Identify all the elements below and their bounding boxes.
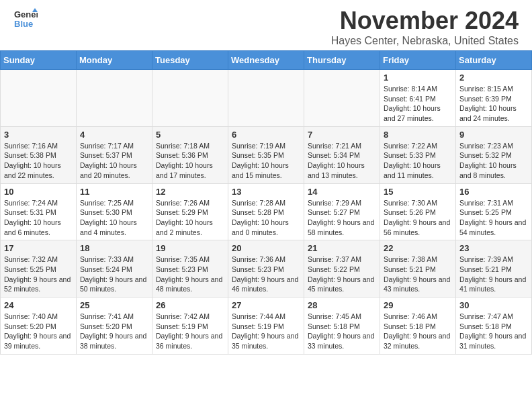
day-number: 21	[308, 243, 376, 253]
header-day-sunday: Sunday	[1, 51, 77, 70]
day-cell: 22Sunrise: 7:38 AMSunset: 5:21 PMDayligh…	[380, 240, 456, 298]
day-cell: 19Sunrise: 7:35 AMSunset: 5:23 PMDayligh…	[152, 240, 228, 298]
day-cell: 6Sunrise: 7:19 AMSunset: 5:35 PMDaylight…	[228, 126, 304, 183]
day-info: Sunrise: 7:18 AMSunset: 5:36 PMDaylight:…	[156, 141, 224, 181]
day-cell: 24Sunrise: 7:40 AMSunset: 5:20 PMDayligh…	[1, 298, 77, 355]
header-day-saturday: Saturday	[456, 51, 532, 70]
day-number: 12	[156, 187, 224, 197]
day-cell: 16Sunrise: 7:31 AMSunset: 5:25 PMDayligh…	[456, 183, 532, 240]
day-cell: 2Sunrise: 8:15 AMSunset: 6:39 PMDaylight…	[456, 70, 532, 127]
day-cell: 23Sunrise: 7:39 AMSunset: 5:21 PMDayligh…	[456, 240, 532, 298]
day-number: 13	[232, 187, 300, 197]
week-row-2: 3Sunrise: 7:16 AMSunset: 5:38 PMDaylight…	[1, 126, 532, 183]
day-number: 2	[459, 73, 528, 83]
day-number: 20	[232, 243, 300, 253]
day-info: Sunrise: 7:33 AMSunset: 5:24 PMDaylight:…	[80, 255, 148, 294]
week-row-3: 10Sunrise: 7:24 AMSunset: 5:31 PMDayligh…	[1, 183, 532, 240]
day-cell: 18Sunrise: 7:33 AMSunset: 5:24 PMDayligh…	[77, 240, 152, 298]
day-cell: 10Sunrise: 7:24 AMSunset: 5:31 PMDayligh…	[1, 183, 77, 240]
day-info: Sunrise: 7:32 AMSunset: 5:25 PMDaylight:…	[4, 255, 73, 294]
day-number: 16	[459, 187, 528, 197]
day-number: 19	[156, 243, 224, 253]
day-number: 1	[384, 73, 452, 83]
day-cell: 4Sunrise: 7:17 AMSunset: 5:37 PMDaylight…	[77, 126, 152, 183]
day-cell	[228, 70, 304, 127]
day-cell: 8Sunrise: 7:22 AMSunset: 5:33 PMDaylight…	[380, 126, 456, 183]
day-cell: 9Sunrise: 7:23 AMSunset: 5:32 PMDaylight…	[456, 126, 532, 183]
day-cell: 26Sunrise: 7:42 AMSunset: 5:19 PMDayligh…	[152, 298, 228, 355]
day-info: Sunrise: 7:23 AMSunset: 5:32 PMDaylight:…	[459, 141, 528, 181]
day-cell: 13Sunrise: 7:28 AMSunset: 5:28 PMDayligh…	[228, 183, 304, 240]
day-number: 6	[232, 130, 300, 140]
day-info: Sunrise: 8:15 AMSunset: 6:39 PMDaylight:…	[459, 84, 528, 124]
day-info: Sunrise: 7:46 AMSunset: 5:18 PMDaylight:…	[384, 312, 452, 351]
day-info: Sunrise: 7:26 AMSunset: 5:29 PMDaylight:…	[156, 198, 224, 238]
day-info: Sunrise: 7:28 AMSunset: 5:28 PMDaylight:…	[232, 198, 300, 238]
day-cell: 17Sunrise: 7:32 AMSunset: 5:25 PMDayligh…	[1, 240, 77, 298]
day-number: 9	[459, 130, 528, 140]
day-info: Sunrise: 7:31 AMSunset: 5:25 PMDaylight:…	[459, 198, 528, 238]
day-number: 5	[156, 130, 224, 140]
day-number: 15	[384, 187, 452, 197]
day-number: 28	[308, 300, 376, 310]
page-header: General Blue November 2024 Hayes Center,…	[0, 0, 532, 50]
day-info: Sunrise: 7:16 AMSunset: 5:38 PMDaylight:…	[4, 141, 73, 181]
day-info: Sunrise: 7:47 AMSunset: 5:18 PMDaylight:…	[459, 312, 528, 351]
day-cell: 15Sunrise: 7:30 AMSunset: 5:26 PMDayligh…	[380, 183, 456, 240]
day-cell: 1Sunrise: 8:14 AMSunset: 6:41 PMDaylight…	[380, 70, 456, 127]
day-cell	[304, 70, 380, 127]
day-number: 3	[4, 130, 73, 140]
day-info: Sunrise: 7:38 AMSunset: 5:21 PMDaylight:…	[384, 255, 452, 294]
day-number: 25	[80, 300, 148, 310]
header-day-monday: Monday	[77, 51, 152, 70]
day-cell: 14Sunrise: 7:29 AMSunset: 5:27 PMDayligh…	[304, 183, 380, 240]
day-number: 24	[4, 300, 73, 310]
day-info: Sunrise: 7:24 AMSunset: 5:31 PMDaylight:…	[4, 198, 73, 238]
day-cell: 21Sunrise: 7:37 AMSunset: 5:22 PMDayligh…	[304, 240, 380, 298]
day-cell: 28Sunrise: 7:45 AMSunset: 5:18 PMDayligh…	[304, 298, 380, 355]
day-number: 29	[384, 300, 452, 310]
day-info: Sunrise: 7:21 AMSunset: 5:34 PMDaylight:…	[308, 141, 376, 181]
day-number: 23	[459, 243, 528, 253]
day-number: 4	[80, 130, 148, 140]
month-title: November 2024	[331, 7, 519, 35]
header-day-wednesday: Wednesday	[228, 51, 304, 70]
day-info: Sunrise: 7:22 AMSunset: 5:33 PMDaylight:…	[384, 141, 452, 181]
day-cell: 11Sunrise: 7:25 AMSunset: 5:30 PMDayligh…	[77, 183, 152, 240]
day-number: 17	[4, 243, 73, 253]
day-cell	[152, 70, 228, 127]
day-number: 11	[80, 187, 148, 197]
week-row-1: 1Sunrise: 8:14 AMSunset: 6:41 PMDaylight…	[1, 70, 532, 127]
logo-icon: General Blue	[13, 7, 38, 31]
day-cell: 7Sunrise: 7:21 AMSunset: 5:34 PMDaylight…	[304, 126, 380, 183]
day-cell: 27Sunrise: 7:44 AMSunset: 5:19 PMDayligh…	[228, 298, 304, 355]
day-info: Sunrise: 7:39 AMSunset: 5:21 PMDaylight:…	[459, 255, 528, 294]
day-number: 22	[384, 243, 452, 253]
day-number: 30	[459, 300, 528, 310]
calendar-table: SundayMondayTuesdayWednesdayThursdayFrid…	[0, 50, 532, 355]
day-info: Sunrise: 7:44 AMSunset: 5:19 PMDaylight:…	[232, 312, 300, 351]
title-block: November 2024 Hayes Center, Nebraska, Un…	[331, 7, 519, 47]
day-info: Sunrise: 7:41 AMSunset: 5:20 PMDaylight:…	[80, 312, 148, 351]
day-info: Sunrise: 7:17 AMSunset: 5:37 PMDaylight:…	[80, 141, 148, 181]
header-day-thursday: Thursday	[304, 51, 380, 70]
svg-text:Blue: Blue	[14, 19, 33, 29]
day-number: 7	[308, 130, 376, 140]
header-row: SundayMondayTuesdayWednesdayThursdayFrid…	[1, 51, 532, 70]
header-day-friday: Friday	[380, 51, 456, 70]
day-cell: 25Sunrise: 7:41 AMSunset: 5:20 PMDayligh…	[77, 298, 152, 355]
location: Hayes Center, Nebraska, United States	[331, 35, 519, 47]
day-cell: 30Sunrise: 7:47 AMSunset: 5:18 PMDayligh…	[456, 298, 532, 355]
calendar-body: 1Sunrise: 8:14 AMSunset: 6:41 PMDaylight…	[1, 70, 532, 355]
day-cell: 3Sunrise: 7:16 AMSunset: 5:38 PMDaylight…	[1, 126, 77, 183]
header-day-tuesday: Tuesday	[152, 51, 228, 70]
day-cell: 20Sunrise: 7:36 AMSunset: 5:23 PMDayligh…	[228, 240, 304, 298]
day-number: 8	[384, 130, 452, 140]
calendar-header: SundayMondayTuesdayWednesdayThursdayFrid…	[1, 51, 532, 70]
day-info: Sunrise: 7:19 AMSunset: 5:35 PMDaylight:…	[232, 141, 300, 181]
day-info: Sunrise: 7:30 AMSunset: 5:26 PMDaylight:…	[384, 198, 452, 238]
week-row-4: 17Sunrise: 7:32 AMSunset: 5:25 PMDayligh…	[1, 240, 532, 298]
day-number: 27	[232, 300, 300, 310]
day-info: Sunrise: 7:36 AMSunset: 5:23 PMDaylight:…	[232, 255, 300, 294]
day-number: 26	[156, 300, 224, 310]
